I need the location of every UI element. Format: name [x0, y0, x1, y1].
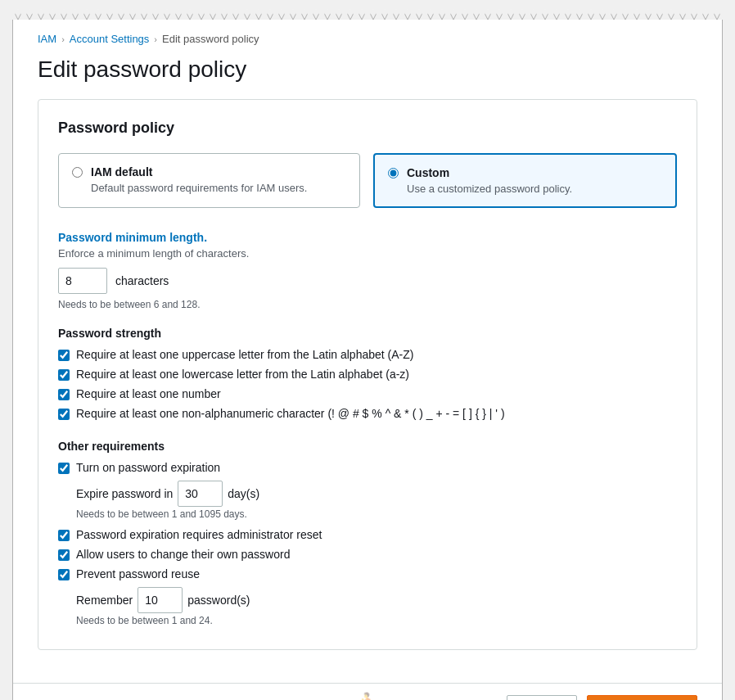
- breadcrumb-account-settings[interactable]: Account Settings: [70, 33, 150, 45]
- cancel-button[interactable]: Cancel: [507, 695, 577, 700]
- expire-input[interactable]: [178, 481, 223, 507]
- checkbox-admin-reset-input[interactable]: [58, 530, 70, 541]
- min-length-section: Password minimum length. Enforce a minim…: [58, 231, 677, 310]
- remember-row: Remember password(s): [76, 587, 677, 613]
- min-length-sublabel: Enforce a minimum length of characters.: [58, 247, 677, 260]
- footer: 🏃 t2run.org Cancel Save changes: [13, 683, 722, 700]
- min-length-input-row: characters: [58, 268, 677, 294]
- expire-unit: day(s): [228, 487, 259, 500]
- checkbox-expiration-label[interactable]: Turn on password expiration: [76, 461, 220, 474]
- strength-label: Password strength: [58, 327, 677, 340]
- checkbox-non-alphanumeric: Require at least one non-alphanumeric ch…: [58, 407, 677, 420]
- checkbox-admin-reset: Password expiration requires administrat…: [58, 528, 677, 541]
- other-label: Other requirements: [58, 440, 677, 453]
- checkbox-user-change: Allow users to change their own password: [58, 548, 677, 561]
- radio-custom[interactable]: [388, 168, 399, 178]
- expire-hint: Needs to be between 1 and 1095 days.: [76, 508, 677, 520]
- min-length-label: Password minimum length.: [58, 231, 677, 244]
- iam-default-title: IAM default: [91, 165, 307, 178]
- checkbox-uppercase-label[interactable]: Require at least one uppercase letter fr…: [76, 348, 413, 361]
- checkbox-expiration: Turn on password expiration: [58, 461, 677, 474]
- strength-section: Password strength Require at least one u…: [58, 327, 677, 420]
- remember-prefix: Remember: [76, 594, 133, 607]
- save-button[interactable]: Save changes: [587, 695, 697, 700]
- checkbox-number-label[interactable]: Require at least one number: [76, 387, 221, 400]
- checkbox-prevent-reuse-label[interactable]: Prevent password reuse: [76, 567, 200, 580]
- remember-hint: Needs to be between 1 and 24.: [76, 615, 677, 626]
- iam-default-desc: Default password requirements for IAM us…: [91, 182, 307, 194]
- checkbox-lowercase-input[interactable]: [58, 369, 70, 381]
- policy-option-iam-default[interactable]: IAM default Default password requirement…: [58, 153, 360, 208]
- iam-default-content: IAM default Default password requirement…: [91, 165, 307, 194]
- remember-input[interactable]: [138, 587, 183, 613]
- checkbox-uppercase-input[interactable]: [58, 350, 70, 361]
- custom-content: Custom Use a customized password policy.: [407, 166, 572, 195]
- custom-desc: Use a customized password policy.: [407, 183, 572, 195]
- breadcrumb-current: Edit password policy: [162, 33, 259, 45]
- expire-prefix: Expire password in: [76, 487, 173, 500]
- checkbox-non-alphanumeric-label[interactable]: Require at least one non-alphanumeric ch…: [76, 407, 505, 420]
- checkbox-prevent-reuse: Prevent password reuse: [58, 567, 677, 580]
- breadcrumb-sep-1: ›: [61, 34, 65, 44]
- checkbox-admin-reset-label[interactable]: Password expiration requires administrat…: [76, 528, 322, 541]
- radio-iam-default[interactable]: [72, 167, 83, 178]
- other-section: Other requirements Turn on password expi…: [58, 440, 677, 626]
- checkbox-uppercase: Require at least one uppercase letter fr…: [58, 348, 677, 361]
- footer-logo: 🏃 t2run.org: [351, 692, 384, 701]
- password-policy-card: Password policy IAM default Default pass…: [38, 99, 697, 650]
- inner-page: IAM › Account Settings › Edit password p…: [12, 20, 723, 700]
- checkbox-user-change-input[interactable]: [58, 549, 70, 561]
- checkbox-number: Require at least one number: [58, 387, 677, 400]
- card-title: Password policy: [58, 120, 677, 137]
- breadcrumb-iam[interactable]: IAM: [38, 33, 56, 45]
- checkbox-lowercase: Require at least one lowercase letter fr…: [58, 368, 677, 381]
- checkbox-user-change-label[interactable]: Allow users to change their own password: [76, 548, 290, 561]
- page-title: Edit password policy: [38, 56, 697, 83]
- checkbox-lowercase-label[interactable]: Require at least one lowercase letter fr…: [76, 368, 409, 381]
- page-wrapper: IAM › Account Settings › Edit password p…: [12, 8, 723, 700]
- breadcrumb: IAM › Account Settings › Edit password p…: [38, 33, 697, 45]
- runner-icon: 🏃: [355, 692, 380, 701]
- zigzag-top: [12, 8, 723, 20]
- remember-unit: password(s): [187, 594, 250, 607]
- policy-options: IAM default Default password requirement…: [58, 153, 677, 208]
- breadcrumb-sep-2: ›: [154, 34, 157, 44]
- checkbox-prevent-reuse-input[interactable]: [58, 569, 70, 580]
- min-length-unit: characters: [115, 274, 169, 287]
- expire-row: Expire password in day(s): [76, 481, 677, 507]
- min-length-hint: Needs to be between 6 and 128.: [58, 299, 677, 310]
- policy-option-custom[interactable]: Custom Use a customized password policy.: [373, 153, 677, 208]
- checkbox-non-alphanumeric-input[interactable]: [58, 409, 70, 420]
- checkbox-number-input[interactable]: [58, 389, 70, 400]
- svg-marker-0: [12, 8, 723, 20]
- min-length-input[interactable]: [58, 268, 107, 294]
- checkbox-expiration-input[interactable]: [58, 463, 70, 474]
- custom-title: Custom: [407, 166, 572, 179]
